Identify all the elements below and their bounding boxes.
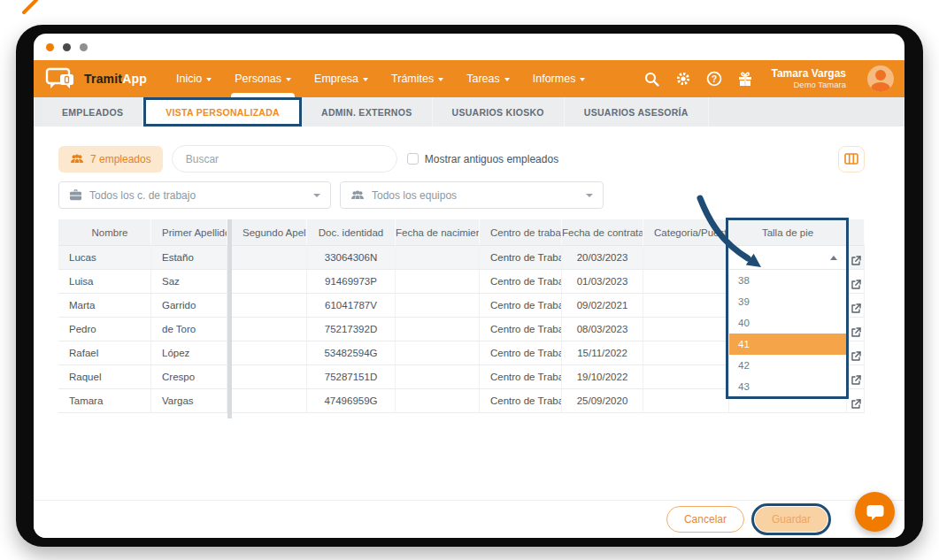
gear-icon[interactable]: [675, 71, 691, 87]
open-employee-button[interactable]: [847, 246, 865, 270]
column-header-categoria: Categoria/Puesto: [643, 219, 729, 246]
cell-centro: Centro de Trabajo de E: [480, 270, 562, 294]
former-employees-toggle: Mostrar antiguos empleados: [407, 153, 558, 165]
tab-usuarios-asesor-a[interactable]: USUARIOS ASESORÍA: [565, 97, 709, 127]
cell-nacimiento: [396, 294, 480, 318]
cell-nacimiento: [396, 341, 480, 365]
tab-empleados[interactable]: EMPLEADOS: [42, 97, 143, 127]
menu-item-label: Informes: [533, 73, 576, 85]
cell-apellido2: [232, 294, 307, 318]
tab-vista-personalizada[interactable]: VISTA PERSONALIZADA: [143, 97, 302, 127]
user-menu[interactable]: Tamara Vargas Demo Tamara: [772, 68, 847, 89]
shoe-size-option-42[interactable]: 42: [729, 355, 847, 376]
active-menu-indicator: [231, 93, 295, 97]
top-navbar: TramitApp InicioPersonasEmpresaTrámitesT…: [34, 60, 904, 97]
menu-item-label: Inicio: [176, 73, 202, 85]
shoe-size-option-39[interactable]: 39: [729, 291, 847, 312]
cancel-button[interactable]: Cancelar: [666, 506, 744, 533]
teams-select[interactable]: Todos los equipos: [340, 181, 604, 209]
cell-nombre: Rafael: [58, 341, 151, 365]
cell-nacimiento: [396, 389, 480, 413]
corner-annotation-mark: [21, 0, 42, 16]
cell-apellido2: [232, 389, 307, 413]
chevron-down-icon: [438, 78, 443, 81]
tab-admin-externos[interactable]: ADMIN. EXTERNOS: [302, 97, 433, 127]
page: TramitApp InicioPersonasEmpresaTrámitesT…: [0, 0, 939, 560]
open-employee-button[interactable]: [847, 365, 865, 389]
work-center-select[interactable]: Todos los c. de trabajo: [58, 181, 331, 209]
external-link-icon: [850, 399, 861, 410]
external-link-icon: [850, 327, 861, 338]
cell-nombre: Tamara: [58, 389, 151, 413]
column-header-actions: [847, 219, 865, 246]
window-titlebar: [34, 34, 904, 60]
shoe-size-option-40[interactable]: 40: [729, 312, 847, 334]
menu-item-informes[interactable]: Informes: [521, 60, 597, 97]
gift-icon[interactable]: [737, 71, 753, 87]
cell-apellido2: [232, 246, 307, 270]
menu-item-inicio[interactable]: Inicio: [165, 60, 223, 97]
window-minimize-button[interactable]: [63, 43, 71, 51]
open-employee-button[interactable]: [847, 389, 865, 413]
search-icon[interactable]: [644, 71, 660, 87]
cell-categoria: [643, 341, 729, 365]
cell-nacimiento: [396, 365, 480, 389]
shoe-size-option-38[interactable]: 38: [729, 270, 847, 291]
cell-nacimiento: [396, 270, 480, 294]
menu-item-personas[interactable]: Personas: [223, 60, 303, 97]
tab-usuarios-kiosko[interactable]: USUARIOS KIOSKO: [433, 97, 565, 127]
menu-item-empresa[interactable]: Empresa: [303, 60, 380, 97]
cell-apellido2: [232, 341, 307, 365]
open-employee-button[interactable]: [847, 341, 865, 365]
help-icon[interactable]: ?: [706, 71, 722, 87]
window-maximize-button[interactable]: [80, 43, 88, 51]
cell-doc: 53482594G: [307, 341, 396, 365]
chat-bubble-icon: [866, 503, 885, 521]
column-settings-button[interactable]: [838, 146, 865, 173]
shoe-size-select[interactable]: [729, 246, 847, 270]
cell-nombre: Marta: [58, 294, 151, 318]
open-employee-button[interactable]: [847, 294, 865, 318]
teams-select-value: Todos los equipos: [372, 189, 457, 202]
former-employees-checkbox[interactable]: [407, 153, 419, 165]
column-header-contratacion: Fecha de contratación: [562, 219, 643, 246]
external-link-icon: [850, 303, 861, 314]
save-button[interactable]: Guardar: [755, 507, 827, 532]
chevron-down-icon: [286, 78, 291, 81]
shoe-size-option-41[interactable]: 41: [729, 334, 847, 355]
filter-row: 7 empleados Mostrar antiguos empleados: [58, 145, 880, 173]
cell-apellido1: Estaño: [151, 246, 227, 270]
action-footer: Cancelar Guardar: [34, 500, 904, 538]
device-frame: TramitApp InicioPersonasEmpresaTrámitesT…: [16, 25, 923, 547]
search-input[interactable]: [172, 145, 397, 173]
cell-apellido2: [232, 318, 307, 341]
open-employee-button[interactable]: [847, 318, 865, 341]
window-close-button[interactable]: [46, 43, 54, 51]
cell-doc: 33064306N: [307, 246, 396, 270]
navbar-right: ? Tamara Vargas Demo Tamara: [644, 65, 895, 92]
cell-centro: Centro de Trabajo de E: [480, 318, 562, 341]
shoe-size-option-43[interactable]: 43: [729, 376, 847, 397]
cell-doc: 75287151D: [307, 365, 396, 389]
menu-item-tareas[interactable]: Tareas: [455, 60, 521, 97]
chat-widget-button[interactable]: [855, 492, 895, 532]
avatar[interactable]: [867, 65, 894, 92]
table-row[interactable]: LucasEstaño33064306NCentro de Trabajo de…: [58, 246, 865, 270]
browser-window: TramitApp InicioPersonasEmpresaTrámitesT…: [34, 34, 904, 538]
cell-contratacion: 25/09/2020: [562, 389, 643, 413]
speech-bubble-logo-icon: [44, 65, 80, 92]
cell-centro: Centro de Trabajo de E: [480, 365, 562, 389]
cell-categoria: [643, 294, 729, 318]
briefcase-icon: [69, 189, 82, 201]
cell-categoria: [643, 365, 729, 389]
tramitapp-logo[interactable]: TramitApp: [44, 65, 147, 92]
chevron-down-icon: [313, 194, 320, 197]
open-employee-button[interactable]: [847, 270, 865, 294]
menu-item-trmites[interactable]: Trámites: [380, 60, 455, 97]
user-subtitle: Demo Tamara: [772, 80, 847, 89]
chevron-down-icon: [586, 194, 593, 197]
cell-nombre: Raquel: [58, 365, 151, 389]
column-header-centro: Centro de trabajo: [480, 219, 562, 246]
brand-name: TramitApp: [84, 72, 147, 86]
team-icon: [350, 190, 365, 201]
